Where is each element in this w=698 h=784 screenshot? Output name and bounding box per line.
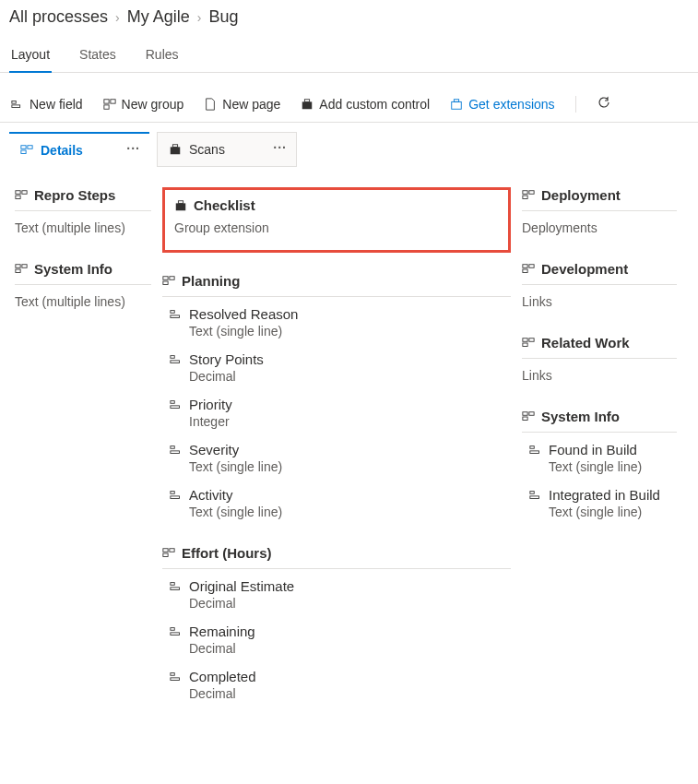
group[interactable]: Related WorkLinks	[522, 335, 677, 383]
field[interactable]: Original EstimateDecimal	[162, 578, 511, 611]
svg-rect-18	[22, 264, 27, 267]
group[interactable]: DevelopmentLinks	[522, 261, 677, 309]
field-type: Decimal	[170, 369, 511, 384]
group-title: Development	[541, 261, 628, 277]
page-icon	[204, 98, 217, 111]
group-title: Effort (Hours)	[182, 545, 272, 561]
briefcase-icon	[301, 98, 314, 111]
group-subtitle: Text (multiple lines)	[15, 220, 151, 235]
checklist-group-highlighted[interactable]: Checklist Group extension	[162, 187, 511, 253]
svg-rect-6	[305, 99, 310, 101]
group-header: Deployment	[522, 187, 677, 211]
svg-rect-23	[170, 276, 174, 279]
group-subtitle: Links	[522, 294, 677, 309]
tab-rules[interactable]: Rules	[144, 42, 181, 72]
svg-rect-15	[22, 190, 27, 194]
group-title: Repro Steps	[34, 187, 115, 203]
group-icon	[522, 263, 535, 276]
refresh-icon	[597, 95, 611, 110]
layout-tab-scans[interactable]: Scans ···	[157, 132, 297, 167]
svg-rect-43	[171, 677, 180, 680]
svg-rect-51	[529, 338, 534, 341]
group[interactable]: PlanningResolved ReasonText (single line…	[162, 273, 511, 519]
tab-layout[interactable]: Layout	[9, 42, 52, 73]
toolbar: New field New group New page Add custom …	[0, 86, 698, 123]
svg-rect-22	[163, 276, 168, 279]
group-header: Related Work	[522, 335, 677, 359]
field[interactable]: PriorityInteger	[162, 397, 511, 429]
svg-rect-14	[16, 190, 20, 194]
svg-rect-29	[171, 400, 174, 403]
group[interactable]: Repro StepsText (multiple lines)	[15, 187, 151, 235]
tab-bar: Layout States Rules	[0, 36, 698, 73]
svg-rect-1	[12, 104, 20, 107]
breadcrumb-item[interactable]: All processes	[9, 7, 108, 27]
breadcrumb-item[interactable]: My Agile	[127, 7, 190, 27]
col1-groups: Repro StepsText (multiple lines)System I…	[15, 187, 151, 309]
field[interactable]: Story PointsDecimal	[162, 351, 511, 384]
group-subtitle: Text (multiple lines)	[15, 294, 151, 309]
layout-tabs: Details ··· Scans ···	[9, 132, 689, 167]
field[interactable]: ActivityText (single line)	[162, 487, 511, 519]
group-header: Effort (Hours)	[162, 545, 511, 569]
group-title: Planning	[182, 273, 240, 289]
field-type: Decimal	[170, 596, 511, 611]
svg-rect-54	[529, 411, 534, 415]
svg-rect-12	[171, 147, 181, 154]
field[interactable]: Found in BuildText (single line)	[522, 442, 677, 474]
svg-rect-56	[530, 445, 534, 448]
chevron-right-icon: ›	[197, 10, 202, 25]
new-field-button[interactable]: New field	[11, 97, 83, 112]
briefcase-icon	[174, 199, 187, 212]
group[interactable]: System InfoText (multiple lines)	[15, 261, 151, 309]
svg-rect-13	[172, 145, 177, 148]
group-subtitle: Deployments	[522, 220, 677, 235]
svg-rect-24	[163, 281, 168, 285]
add-custom-control-button[interactable]: Add custom control	[301, 97, 430, 112]
group-header: Planning	[162, 273, 511, 297]
svg-rect-57	[530, 450, 539, 453]
svg-rect-8	[455, 99, 459, 101]
group[interactable]: System InfoFound in BuildText (single li…	[522, 409, 677, 519]
group-icon	[522, 189, 535, 202]
new-group-button[interactable]: New group	[103, 97, 184, 112]
column-1: Repro StepsText (multiple lines)System I…	[9, 187, 157, 727]
refresh-button[interactable]	[597, 95, 611, 113]
field-row: Original Estimate	[170, 578, 511, 594]
add-custom-control-label: Add custom control	[319, 97, 430, 112]
briefcase-icon	[169, 143, 182, 156]
more-icon[interactable]: ···	[126, 141, 140, 156]
new-page-button[interactable]: New page	[204, 97, 280, 112]
field-row: Severity	[170, 442, 511, 457]
field[interactable]: Resolved ReasonText (single line)	[162, 306, 511, 339]
group[interactable]: DeploymentDeployments	[522, 187, 677, 235]
field[interactable]: SeverityText (single line)	[162, 442, 511, 474]
field-type: Decimal	[170, 641, 511, 656]
field-name: Integrated in Build	[549, 487, 660, 503]
svg-rect-59	[530, 495, 539, 498]
tab-states[interactable]: States	[77, 42, 118, 72]
svg-rect-7	[452, 101, 462, 109]
get-extensions-button[interactable]: Get extensions	[450, 97, 554, 112]
field-name: Severity	[189, 442, 239, 457]
field-type: Text (single line)	[170, 324, 511, 339]
field-icon	[170, 398, 183, 411]
column-2: Checklist Group extension PlanningResolv…	[157, 187, 516, 727]
field-icon	[170, 671, 183, 683]
field[interactable]: CompletedDecimal	[162, 669, 511, 701]
layout-tab-details[interactable]: Details ···	[9, 132, 149, 167]
group-subtitle: Group extension	[174, 220, 499, 235]
svg-rect-20	[176, 203, 186, 210]
group-header: Development	[522, 261, 677, 285]
chevron-right-icon: ›	[115, 10, 120, 25]
breadcrumb-item[interactable]: Bug	[208, 7, 238, 27]
svg-rect-39	[171, 587, 180, 589]
field[interactable]: RemainingDecimal	[162, 624, 511, 656]
field[interactable]: Integrated in BuildText (single line)	[522, 487, 677, 519]
svg-rect-2	[103, 99, 108, 102]
more-icon[interactable]: ···	[273, 140, 287, 155]
field-icon	[170, 580, 183, 593]
svg-rect-28	[171, 360, 180, 362]
svg-rect-33	[171, 491, 174, 493]
group[interactable]: Effort (Hours)Original EstimateDecimalRe…	[162, 545, 511, 701]
